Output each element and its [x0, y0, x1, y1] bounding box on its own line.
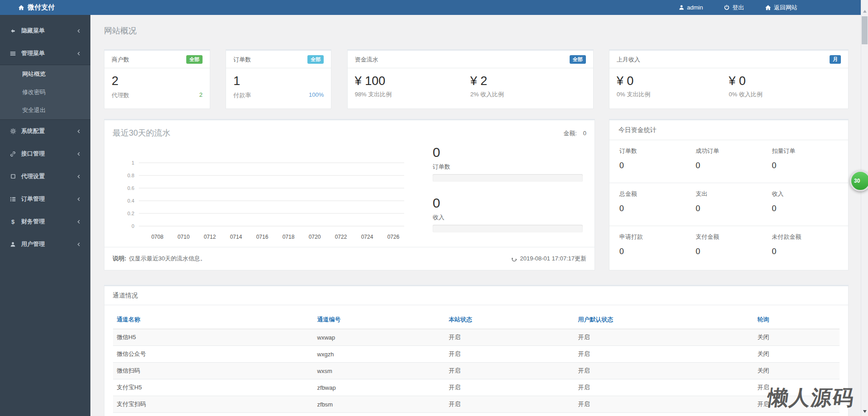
card-value: ¥ 0 — [729, 74, 841, 88]
table-row: 银联扫码ylsm开启关闭关闭 — [113, 413, 840, 416]
table-row: 微信扫码wxsm开启开启关闭 — [113, 363, 840, 379]
sidebar-item-interface-manage[interactable]: 接口管理 — [0, 142, 90, 165]
income-progressbar — [433, 225, 583, 232]
arrow-left-icon — [9, 28, 17, 34]
sidebar-item-system-config[interactable]: 系统配置 — [0, 120, 90, 142]
chevron-left-icon — [76, 242, 81, 247]
card-badge: 全部 — [570, 55, 586, 64]
sidebar-item-finance-manage[interactable]: $ 财务管理 — [0, 210, 90, 233]
gear-icon — [9, 128, 17, 134]
link-icon — [9, 151, 17, 157]
y-tick: 0.4 — [127, 198, 134, 203]
today-stat: 支付金额 0 — [696, 233, 772, 269]
sidebar-item-hide-menu[interactable]: 隐藏菜单 — [0, 19, 90, 42]
chevron-left-icon — [76, 129, 81, 134]
table-row: 微信公众号wxgzh开启开启关闭 — [113, 346, 840, 363]
sidebar-subitem-safe-logout[interactable]: 安全退出 — [0, 101, 90, 119]
bars-icon — [9, 51, 17, 57]
orders-progressbar — [433, 174, 583, 182]
card-foot-value: 100% — [309, 91, 324, 99]
home-icon — [765, 5, 771, 11]
col-header-polling[interactable]: 轮询 — [754, 312, 840, 329]
card-title: 资金流水 — [355, 56, 378, 64]
sidebar-item-label: 隐藏菜单 — [21, 27, 45, 35]
card-value: 1 — [233, 74, 324, 88]
card-value: ¥ 100 — [355, 74, 471, 88]
x-tick: 0726 — [387, 234, 400, 240]
scrollbar-up-arrow-icon[interactable] — [863, 10, 867, 13]
card-sub-label: 2% 收入比例 — [470, 90, 586, 99]
col-header-user-default-status[interactable]: 用户默认状态 — [574, 312, 754, 329]
y-tick: 1 — [132, 160, 134, 165]
flow-stats: 0 订单数 0 收入 — [433, 138, 583, 247]
sidebar-item-label: 系统配置 — [21, 127, 45, 135]
amount-label: 金额: — [563, 130, 577, 137]
card-sub-label: 98% 支出比例 — [355, 90, 471, 99]
sidebar-item-user-manage[interactable]: 用户管理 — [0, 233, 90, 255]
card-foot-label: 付款率 — [233, 91, 251, 99]
y-tick: 0.2 — [127, 211, 134, 216]
x-tick: 0716 — [256, 234, 269, 240]
channels-panel: 通道情况 通道名称 通道编号 本站状态 用户默认状态 轮询 — [104, 285, 849, 416]
sidebar-item-label: 代理设置 — [21, 172, 45, 180]
brand[interactable]: 微付支付 — [18, 3, 55, 12]
x-tick: 0722 — [335, 234, 347, 240]
income-count: 0 — [433, 195, 583, 211]
x-tick: 0720 — [309, 234, 321, 240]
refresh-icon[interactable] — [511, 256, 517, 262]
card-badge: 全部 — [307, 55, 324, 64]
chevron-left-icon — [76, 51, 81, 56]
watermark: 懒人源码 — [766, 384, 857, 412]
today-panel-title: 今日资金统计 — [609, 120, 848, 140]
updated-text: 2019-08-01 17:07:17更新 — [520, 255, 586, 263]
sidebar-item-agent-settings[interactable]: 代理设置 — [0, 165, 90, 188]
sidebar: 隐藏菜单 管理菜单 网站概览 修改密码 安全退出 系统配置 接口管理 — [0, 15, 90, 416]
home-icon — [18, 5, 24, 11]
logout-button[interactable]: 登出 — [724, 4, 744, 12]
chevron-left-icon — [76, 174, 81, 179]
user-menu[interactable]: admin — [679, 4, 703, 11]
today-stat: 订单数 0 — [619, 147, 696, 183]
card-badge: 全部 — [186, 55, 203, 64]
floating-service-badge[interactable]: 30 — [850, 170, 868, 191]
channels-panel-title: 通道情况 — [104, 286, 848, 305]
sidebar-item-order-manage[interactable]: 订单管理 — [0, 188, 90, 210]
note-text: 仅显示最近30天的流水信息。 — [129, 255, 206, 262]
amount-value: 0 — [583, 130, 586, 137]
today-stat: 总金额 0 — [619, 190, 696, 226]
sidebar-item-label: 订单管理 — [21, 195, 45, 203]
y-tick: 0 — [132, 223, 134, 229]
scrollbar-thumb[interactable] — [862, 16, 868, 44]
card-value: ¥ 2 — [470, 74, 586, 88]
card-foot-value: 2 — [199, 91, 203, 99]
flow-chart-panel: 最近30天的流水 金额:0 1 0.8 0.6 — [104, 119, 595, 270]
square-icon — [9, 174, 17, 179]
x-tick: 0708 — [151, 234, 164, 240]
table-row: 支付宝H5zfbwap开启开启开启 — [113, 379, 840, 396]
power-icon — [724, 5, 730, 10]
scrollbar[interactable] — [861, 0, 868, 416]
card-sub-label: 0% 支出比例 — [617, 90, 729, 99]
sidebar-item-label: 用户管理 — [21, 240, 45, 248]
sidebar-subitem-change-password[interactable]: 修改密码 — [0, 83, 90, 101]
card-value: 2 — [112, 74, 203, 88]
scrollbar-down-arrow-icon[interactable] — [863, 410, 867, 413]
x-tick: 0710 — [178, 234, 190, 240]
card-orders: 订单数 全部 1 付款率 100% — [226, 49, 331, 109]
user-icon — [679, 5, 684, 10]
sidebar-item-manage-menu[interactable]: 管理菜单 — [0, 42, 90, 65]
col-header-channel-code[interactable]: 通道编号 — [314, 312, 445, 329]
table-row: 微信H5wxwap开启开启关闭 — [113, 329, 840, 346]
note-label: 说明: — [113, 255, 126, 262]
flow-panel-title: 最近30天的流水 — [113, 128, 170, 138]
col-header-channel-name[interactable]: 通道名称 — [113, 312, 314, 329]
logout-label: 登出 — [732, 4, 744, 12]
y-tick: 0.6 — [127, 185, 134, 191]
back-site-label: 返回网站 — [774, 4, 797, 12]
col-header-site-status[interactable]: 本站状态 — [445, 312, 574, 329]
dollar-icon: $ — [9, 218, 17, 225]
sidebar-subitem-site-overview[interactable]: 网站概览 — [0, 65, 90, 83]
card-title: 商户数 — [112, 56, 129, 64]
main-content: 网站概况 商户数 全部 2 代理数 2 订单数 全部 1 — [90, 15, 861, 416]
back-site-button[interactable]: 返回网站 — [765, 4, 797, 12]
